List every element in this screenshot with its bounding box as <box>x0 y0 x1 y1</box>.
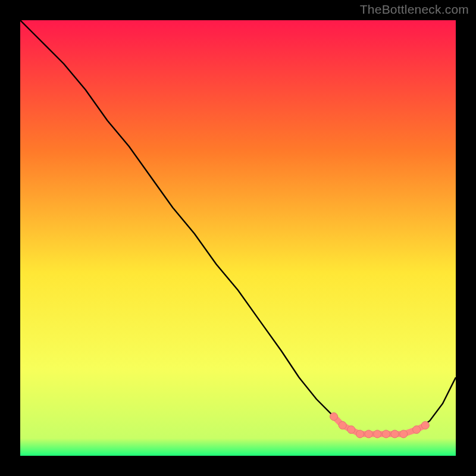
plot-area <box>20 20 456 456</box>
marker-dot <box>356 430 364 438</box>
marker-dot <box>374 430 381 438</box>
marker-dot <box>365 430 372 438</box>
marker-dot <box>339 421 346 429</box>
gradient-background <box>20 20 456 456</box>
marker-dot <box>347 426 355 434</box>
gradient-line-chart <box>20 20 456 456</box>
marker-dot <box>391 430 399 438</box>
marker-dot <box>413 426 421 434</box>
marker-dot <box>330 413 338 421</box>
marker-dot <box>382 430 390 438</box>
watermark-text: TheBottleneck.com <box>360 2 469 17</box>
marker-dot <box>421 421 429 429</box>
chart-frame: TheBottleneck.com <box>0 0 476 476</box>
marker-dot <box>400 430 408 438</box>
